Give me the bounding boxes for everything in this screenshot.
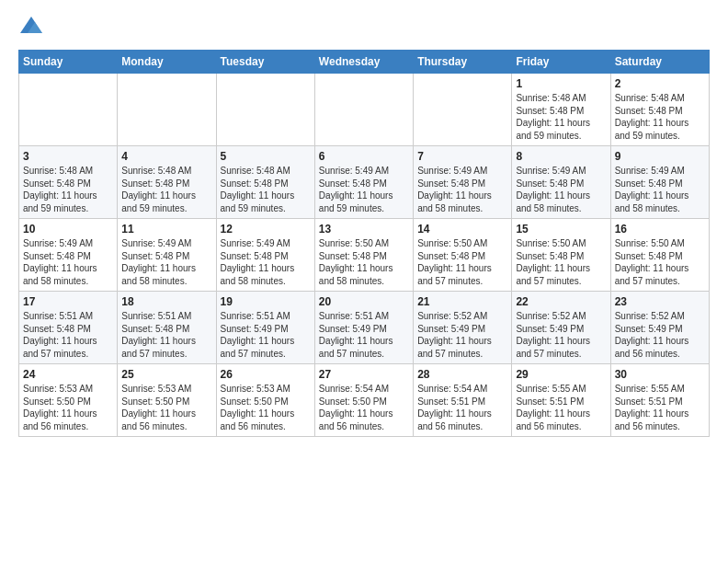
calendar-cell: 17Sunrise: 5:51 AMSunset: 5:48 PMDayligh… — [19, 292, 118, 364]
day-info: Sunrise: 5:50 AMSunset: 5:48 PMDaylight:… — [516, 237, 606, 287]
day-number: 17 — [23, 295, 113, 308]
day-number: 16 — [615, 223, 705, 236]
weekday-header-sunday: Sunday — [19, 51, 118, 74]
day-number: 5 — [221, 150, 311, 163]
day-number: 10 — [23, 223, 113, 236]
day-number: 1 — [516, 77, 606, 90]
day-info: Sunrise: 5:50 AMSunset: 5:48 PMDaylight:… — [417, 237, 507, 287]
day-number: 19 — [221, 295, 311, 308]
weekday-header-friday: Friday — [512, 51, 610, 74]
logo — [18, 15, 48, 40]
day-number: 6 — [319, 150, 409, 163]
day-number: 7 — [417, 150, 507, 163]
calendar-cell: 21Sunrise: 5:52 AMSunset: 5:49 PMDayligh… — [414, 292, 512, 364]
calendar-cell: 5Sunrise: 5:48 AMSunset: 5:48 PMDaylight… — [216, 146, 314, 219]
calendar-cell: 16Sunrise: 5:50 AMSunset: 5:48 PMDayligh… — [610, 219, 709, 292]
calendar-cell: 1Sunrise: 5:48 AMSunset: 5:48 PMDaylight… — [512, 74, 610, 146]
calendar-cell: 9Sunrise: 5:49 AMSunset: 5:48 PMDaylight… — [610, 146, 709, 219]
calendar-cell: 26Sunrise: 5:53 AMSunset: 5:50 PMDayligh… — [216, 364, 314, 437]
day-info: Sunrise: 5:51 AMSunset: 5:49 PMDaylight:… — [319, 310, 409, 360]
day-number: 24 — [23, 368, 113, 381]
logo-icon — [18, 15, 44, 40]
day-info: Sunrise: 5:49 AMSunset: 5:48 PMDaylight:… — [221, 237, 311, 287]
calendar-cell: 4Sunrise: 5:48 AMSunset: 5:48 PMDaylight… — [118, 146, 216, 219]
calendar-cell: 3Sunrise: 5:48 AMSunset: 5:48 PMDaylight… — [19, 146, 118, 219]
day-number: 9 — [615, 150, 705, 163]
day-number: 15 — [516, 223, 606, 236]
day-info: Sunrise: 5:49 AMSunset: 5:48 PMDaylight:… — [319, 165, 409, 214]
calendar-cell — [216, 74, 314, 146]
day-number: 11 — [121, 223, 211, 236]
weekday-header-monday: Monday — [118, 51, 216, 74]
day-info: Sunrise: 5:55 AMSunset: 5:51 PMDaylight:… — [516, 383, 606, 432]
calendar-cell: 14Sunrise: 5:50 AMSunset: 5:48 PMDayligh… — [414, 219, 512, 292]
day-info: Sunrise: 5:55 AMSunset: 5:51 PMDaylight:… — [615, 383, 705, 432]
header — [18, 15, 710, 40]
day-info: Sunrise: 5:49 AMSunset: 5:48 PMDaylight:… — [121, 237, 211, 287]
day-number: 20 — [319, 295, 409, 308]
calendar-cell: 10Sunrise: 5:49 AMSunset: 5:48 PMDayligh… — [19, 219, 118, 292]
day-info: Sunrise: 5:52 AMSunset: 5:49 PMDaylight:… — [516, 310, 606, 360]
calendar-cell: 25Sunrise: 5:53 AMSunset: 5:50 PMDayligh… — [118, 364, 216, 437]
day-info: Sunrise: 5:54 AMSunset: 5:51 PMDaylight:… — [417, 383, 507, 432]
day-number: 23 — [615, 295, 705, 308]
day-info: Sunrise: 5:49 AMSunset: 5:48 PMDaylight:… — [516, 165, 606, 214]
calendar-week-1: 1Sunrise: 5:48 AMSunset: 5:48 PMDaylight… — [19, 74, 710, 146]
day-info: Sunrise: 5:48 AMSunset: 5:48 PMDaylight:… — [221, 165, 311, 214]
day-info: Sunrise: 5:49 AMSunset: 5:48 PMDaylight:… — [23, 237, 113, 287]
day-info: Sunrise: 5:48 AMSunset: 5:48 PMDaylight:… — [615, 92, 705, 142]
day-info: Sunrise: 5:48 AMSunset: 5:48 PMDaylight:… — [516, 92, 606, 142]
day-info: Sunrise: 5:51 AMSunset: 5:49 PMDaylight:… — [221, 310, 311, 360]
calendar-cell: 7Sunrise: 5:49 AMSunset: 5:48 PMDaylight… — [414, 146, 512, 219]
day-number: 18 — [121, 295, 211, 308]
weekday-header-row: SundayMondayTuesdayWednesdayThursdayFrid… — [19, 51, 710, 74]
day-info: Sunrise: 5:51 AMSunset: 5:48 PMDaylight:… — [23, 310, 113, 360]
day-info: Sunrise: 5:49 AMSunset: 5:48 PMDaylight:… — [615, 165, 705, 214]
day-number: 25 — [121, 368, 211, 381]
day-info: Sunrise: 5:48 AMSunset: 5:48 PMDaylight:… — [23, 165, 113, 214]
calendar-cell: 8Sunrise: 5:49 AMSunset: 5:48 PMDaylight… — [512, 146, 610, 219]
calendar-cell: 12Sunrise: 5:49 AMSunset: 5:48 PMDayligh… — [216, 219, 314, 292]
calendar-table: SundayMondayTuesdayWednesdayThursdayFrid… — [18, 50, 710, 437]
calendar-week-4: 17Sunrise: 5:51 AMSunset: 5:48 PMDayligh… — [19, 292, 710, 364]
day-number: 3 — [23, 150, 113, 163]
calendar-cell: 15Sunrise: 5:50 AMSunset: 5:48 PMDayligh… — [512, 219, 610, 292]
calendar-cell: 2Sunrise: 5:48 AMSunset: 5:48 PMDaylight… — [610, 74, 709, 146]
calendar-cell: 11Sunrise: 5:49 AMSunset: 5:48 PMDayligh… — [118, 219, 216, 292]
calendar-cell: 23Sunrise: 5:52 AMSunset: 5:49 PMDayligh… — [610, 292, 709, 364]
day-number: 21 — [417, 295, 507, 308]
day-info: Sunrise: 5:52 AMSunset: 5:49 PMDaylight:… — [417, 310, 507, 360]
day-info: Sunrise: 5:53 AMSunset: 5:50 PMDaylight:… — [23, 383, 113, 432]
day-number: 22 — [516, 295, 606, 308]
day-number: 2 — [615, 77, 705, 90]
day-info: Sunrise: 5:53 AMSunset: 5:50 PMDaylight:… — [221, 383, 311, 432]
day-info: Sunrise: 5:52 AMSunset: 5:49 PMDaylight:… — [615, 310, 705, 360]
day-info: Sunrise: 5:49 AMSunset: 5:48 PMDaylight:… — [417, 165, 507, 214]
weekday-header-saturday: Saturday — [610, 51, 709, 74]
calendar-cell: 28Sunrise: 5:54 AMSunset: 5:51 PMDayligh… — [414, 364, 512, 437]
calendar-cell: 20Sunrise: 5:51 AMSunset: 5:49 PMDayligh… — [314, 292, 413, 364]
calendar-cell: 29Sunrise: 5:55 AMSunset: 5:51 PMDayligh… — [512, 364, 610, 437]
day-number: 4 — [121, 150, 211, 163]
day-info: Sunrise: 5:54 AMSunset: 5:50 PMDaylight:… — [319, 383, 409, 432]
day-number: 8 — [516, 150, 606, 163]
day-number: 30 — [615, 368, 705, 381]
day-number: 27 — [319, 368, 409, 381]
calendar-cell: 18Sunrise: 5:51 AMSunset: 5:48 PMDayligh… — [118, 292, 216, 364]
day-info: Sunrise: 5:51 AMSunset: 5:48 PMDaylight:… — [121, 310, 211, 360]
calendar-cell — [118, 74, 216, 146]
day-number: 14 — [417, 223, 507, 236]
calendar-cell: 24Sunrise: 5:53 AMSunset: 5:50 PMDayligh… — [19, 364, 118, 437]
day-info: Sunrise: 5:50 AMSunset: 5:48 PMDaylight:… — [615, 237, 705, 287]
calendar-week-2: 3Sunrise: 5:48 AMSunset: 5:48 PMDaylight… — [19, 146, 710, 219]
day-number: 29 — [516, 368, 606, 381]
day-info: Sunrise: 5:50 AMSunset: 5:48 PMDaylight:… — [319, 237, 409, 287]
day-number: 12 — [221, 223, 311, 236]
day-info: Sunrise: 5:53 AMSunset: 5:50 PMDaylight:… — [121, 383, 211, 432]
calendar-cell: 27Sunrise: 5:54 AMSunset: 5:50 PMDayligh… — [314, 364, 413, 437]
day-number: 13 — [319, 223, 409, 236]
calendar-cell — [19, 74, 118, 146]
weekday-header-thursday: Thursday — [414, 51, 512, 74]
weekday-header-tuesday: Tuesday — [216, 51, 314, 74]
calendar-cell: 13Sunrise: 5:50 AMSunset: 5:48 PMDayligh… — [314, 219, 413, 292]
